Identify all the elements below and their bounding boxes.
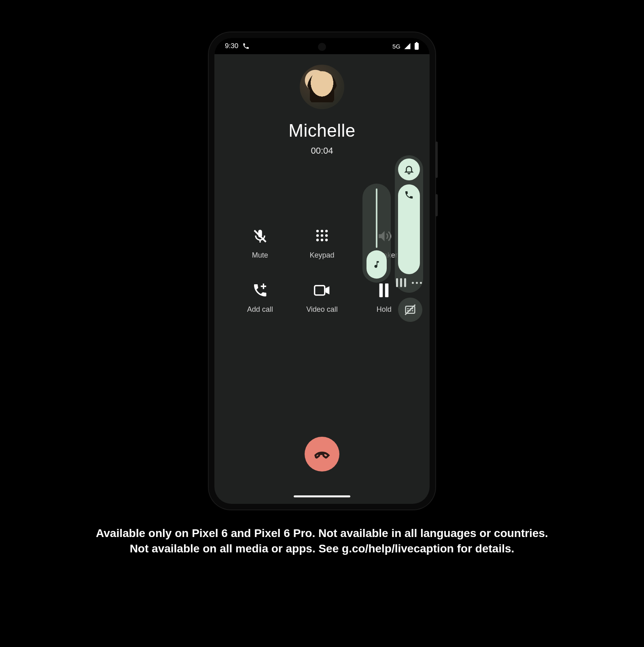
- svg-point-4: [316, 230, 319, 232]
- keypad-button[interactable]: Keypad: [291, 228, 353, 260]
- hangup-icon: [313, 445, 331, 463]
- live-caption-button[interactable]: [398, 298, 422, 322]
- add-call-button[interactable]: Add call: [229, 282, 291, 314]
- music-note-icon: [372, 260, 381, 269]
- call-volume-bar[interactable]: [398, 184, 420, 274]
- mute-label: Mute: [252, 251, 268, 260]
- caller-avatar[interactable]: [300, 65, 344, 109]
- navigation-handle[interactable]: [294, 495, 350, 497]
- sound-mode-column: [395, 155, 423, 293]
- volume-panel: [362, 155, 423, 329]
- call-header: Michelle 00:04: [214, 54, 430, 156]
- svg-rect-13: [315, 285, 325, 295]
- mute-icon: [252, 228, 268, 244]
- keypad-label: Keypad: [309, 251, 334, 260]
- call-duration: 00:04: [311, 146, 333, 156]
- phone-frame: 9:30 5G Michelle 00:04: [209, 32, 435, 510]
- svg-point-7: [316, 234, 319, 237]
- volume-slider[interactable]: [362, 184, 391, 283]
- volume-settings-row[interactable]: [396, 278, 422, 287]
- caption-off-icon: [404, 304, 416, 316]
- add-call-icon: [252, 282, 268, 298]
- caller-name: Michelle: [288, 121, 355, 141]
- add-call-label: Add call: [247, 305, 273, 314]
- video-call-button[interactable]: Video call: [291, 282, 353, 314]
- svg-point-6: [325, 230, 328, 232]
- status-time: 9:30: [225, 42, 238, 50]
- ring-mode-button[interactable]: [398, 159, 420, 180]
- power-button[interactable]: [435, 194, 438, 216]
- svg-rect-0: [415, 43, 419, 50]
- footnote: Available only on Pixel 6 and Pixel 6 Pr…: [96, 526, 548, 556]
- mute-button[interactable]: Mute: [229, 228, 291, 260]
- phone-screen: 9:30 5G Michelle 00:04: [214, 38, 430, 504]
- equalizer-icon: [396, 278, 406, 287]
- volume-rocker[interactable]: [435, 142, 438, 178]
- battery-icon: [414, 42, 419, 50]
- volume-thumb[interactable]: [366, 250, 387, 279]
- status-bar: 9:30 5G: [214, 38, 430, 54]
- svg-point-8: [321, 234, 323, 237]
- volume-track: [376, 188, 377, 248]
- svg-rect-1: [416, 42, 417, 43]
- svg-point-5: [321, 230, 323, 232]
- video-call-icon: [314, 282, 330, 298]
- bell-icon: [404, 164, 414, 175]
- footnote-line-2: Not available on all media or apps. See …: [96, 541, 548, 556]
- end-call-button[interactable]: [305, 437, 339, 472]
- keypad-icon: [314, 228, 330, 244]
- video-call-label: Video call: [306, 305, 338, 314]
- svg-point-10: [316, 239, 319, 241]
- signal-icon: [404, 42, 411, 50]
- front-camera: [318, 43, 326, 51]
- phone-icon: [404, 190, 414, 200]
- svg-point-11: [321, 239, 323, 241]
- more-icon: [412, 282, 422, 284]
- network-label: 5G: [392, 43, 400, 50]
- svg-point-9: [325, 234, 328, 237]
- phone-icon: [242, 42, 250, 50]
- footnote-line-1: Available only on Pixel 6 and Pixel 6 Pr…: [96, 526, 548, 541]
- svg-point-12: [325, 239, 328, 241]
